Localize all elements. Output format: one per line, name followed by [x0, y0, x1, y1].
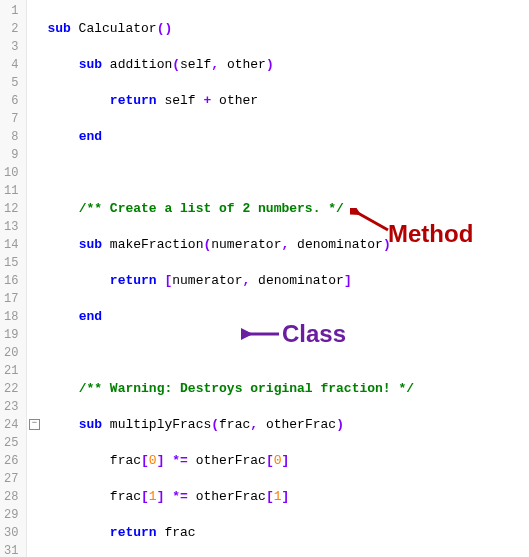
line-number: 21 [4, 362, 18, 380]
param: numerator [211, 237, 281, 252]
keyword: end [79, 129, 102, 144]
identifier: otherFrac [196, 453, 266, 468]
param: other [227, 57, 266, 72]
punct: ) [336, 417, 344, 432]
punct: , [250, 417, 258, 432]
param: denominator [297, 237, 383, 252]
punct: ] [282, 453, 290, 468]
keyword: return [110, 525, 157, 540]
line-number: 1 [4, 2, 18, 20]
line-number: 9 [4, 146, 18, 164]
line-number: 27 [4, 470, 18, 488]
line-number: 25 [4, 434, 18, 452]
line-number: 3 [4, 38, 18, 56]
fold-column: − [27, 0, 41, 557]
line-number: 14 [4, 236, 18, 254]
comment: /** Create a list of 2 numbers. */ [79, 201, 344, 216]
number: 1 [274, 489, 282, 504]
identifier: numerator [172, 273, 242, 288]
identifier: frac [164, 525, 195, 540]
keyword: sub [47, 21, 70, 36]
punct: ) [383, 237, 391, 252]
line-number: 26 [4, 452, 18, 470]
line-number: 29 [4, 506, 18, 524]
punct: [ [141, 453, 149, 468]
line-number: 6 [4, 92, 18, 110]
line-number: 16 [4, 272, 18, 290]
line-number: 19 [4, 326, 18, 344]
code-area[interactable]: sub Calculator() sub addition(self, othe… [41, 0, 437, 557]
punct: , [211, 57, 219, 72]
identifier: addition [102, 57, 172, 72]
line-number: 30 [4, 524, 18, 542]
param: self [180, 57, 211, 72]
identifier: denominator [258, 273, 344, 288]
line-number: 2 [4, 20, 18, 38]
line-number: 11 [4, 182, 18, 200]
identifier: frac [110, 489, 141, 504]
punct: ) [266, 57, 274, 72]
keyword: end [79, 309, 102, 324]
line-number: 18 [4, 308, 18, 326]
line-number: 31 [4, 542, 18, 557]
operator: *= [164, 453, 195, 468]
number: 1 [149, 489, 157, 504]
identifier: multiplyFracs [102, 417, 211, 432]
number: 0 [274, 453, 282, 468]
punct: ( [211, 417, 219, 432]
line-number: 15 [4, 254, 18, 272]
line-number: 7 [4, 110, 18, 128]
line-number: 17 [4, 290, 18, 308]
operator: + [196, 93, 219, 108]
identifier: otherFrac [196, 489, 266, 504]
code-editor: 1 2 3 4 5 6 7 8 9 10 11 12 13 14 15 16 1… [0, 0, 529, 557]
line-number: 24 [4, 416, 18, 434]
identifier: Calculator [71, 21, 157, 36]
punct: ] [282, 489, 290, 504]
punct: [ [141, 489, 149, 504]
punct: () [157, 21, 173, 36]
line-number: 8 [4, 128, 18, 146]
param: otherFrac [266, 417, 336, 432]
line-number: 20 [4, 344, 18, 362]
param: frac [219, 417, 250, 432]
punct: ] [344, 273, 352, 288]
line-number: 12 [4, 200, 18, 218]
punct: [ [266, 489, 274, 504]
line-number: 28 [4, 488, 18, 506]
identifier: frac [110, 453, 141, 468]
line-number: 10 [4, 164, 18, 182]
line-number-gutter: 1 2 3 4 5 6 7 8 9 10 11 12 13 14 15 16 1… [0, 0, 27, 557]
keyword: sub [79, 237, 102, 252]
number: 0 [149, 453, 157, 468]
line-number: 13 [4, 218, 18, 236]
identifier: other [219, 93, 258, 108]
keyword: sub [79, 417, 102, 432]
line-number: 22 [4, 380, 18, 398]
punct: [ [266, 453, 274, 468]
keyword: sub [79, 57, 102, 72]
comment: /** Warning: Destroys original fraction!… [79, 381, 414, 396]
identifier: self [164, 93, 195, 108]
punct: ( [172, 57, 180, 72]
line-number: 23 [4, 398, 18, 416]
line-number: 5 [4, 74, 18, 92]
line-number: 4 [4, 56, 18, 74]
keyword: return [110, 93, 157, 108]
fold-toggle-icon[interactable]: − [29, 419, 40, 430]
operator: *= [164, 489, 195, 504]
keyword: return [110, 273, 157, 288]
identifier: makeFraction [102, 237, 203, 252]
